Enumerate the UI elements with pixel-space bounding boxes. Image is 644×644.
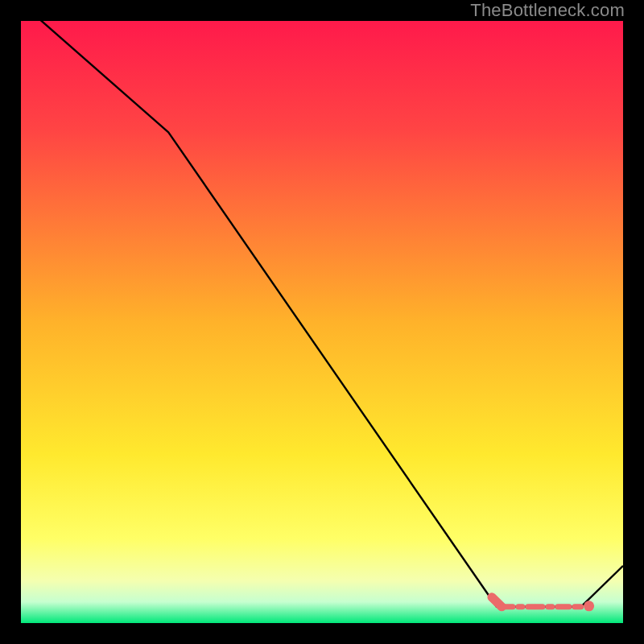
chart-frame: TheBottleneck.com <box>0 0 644 644</box>
marker-end-dot <box>584 601 594 611</box>
plot-area <box>21 21 623 623</box>
gradient-background <box>21 21 623 623</box>
chart-svg <box>21 21 623 623</box>
watermark-text: TheBottleneck.com <box>470 0 625 21</box>
